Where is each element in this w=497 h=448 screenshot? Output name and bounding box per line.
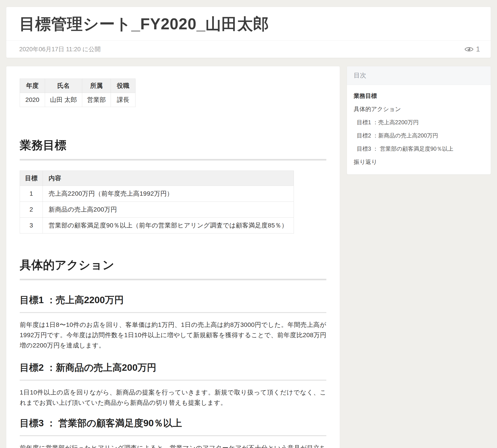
document-body-card: 年度 氏名 所属 役職 2020 山田 太郎 営業部 課長 業務目標 (6, 66, 340, 448)
goal3-paragraph: 前年度に営業部が行ったヒアリング調査によると、営業マンのアフターケアが不十分とい… (20, 443, 326, 448)
goals-table: 目標 内容 1 売上高2200万円（前年度売上高1992万円） 2 新商品の売上… (20, 171, 294, 234)
view-count: 1 (476, 45, 480, 53)
goals-table-row: 2 新商品の売上高200万円 (20, 202, 294, 218)
profile-table: 年度 氏名 所属 役職 2020 山田 太郎 営業部 課長 (20, 79, 135, 107)
profile-cell-dept: 営業部 (82, 93, 111, 107)
profile-cell-year: 2020 (20, 93, 45, 107)
toc-item-goal1: 目標1 ：売上高2200万円 (357, 119, 484, 126)
goal-desc: 新商品の売上高200万円 (43, 202, 294, 218)
goals-header-no: 目標 (20, 171, 43, 186)
profile-table-header-row: 年度 氏名 所属 役職 (20, 79, 135, 93)
document-header-card: 目標管理シート_FY2020_山田太郎 2020年06月17日 11:20 に公… (6, 7, 491, 58)
profile-header-name: 氏名 (45, 79, 82, 93)
view-counter: 1 (464, 45, 480, 53)
profile-cell-role: 課長 (111, 93, 135, 107)
toc-link-business-goals[interactable]: 業務目標 (354, 93, 377, 99)
toc-card: 目次 業務目標 具体的アクション 目標1 ：売上高2200万円 目標2 ：新商品… (347, 66, 491, 175)
toc-header: 目次 (347, 66, 491, 85)
toc-link-goal3[interactable]: 目標3 ： 営業部の顧客満足度90％以上 (357, 145, 453, 152)
toc-item-actions: 具体的アクション (354, 106, 484, 113)
goals-table-row: 3 営業部の顧客満足度90％以上（前年の営業部ヒアリング調査では顧客満足度85％… (20, 218, 294, 234)
goals-table-header-row: 目標 内容 (20, 171, 294, 186)
profile-table-row: 2020 山田 太郎 営業部 課長 (20, 93, 135, 107)
section-heading-business-goals: 業務目標 (20, 138, 326, 160)
goals-table-row: 1 売上高2200万円（前年度売上高1992万円） (20, 186, 294, 202)
title-area: 目標管理シート_FY2020_山田太郎 (6, 7, 491, 40)
goal-desc: 売上高2200万円（前年度売上高1992万円） (43, 186, 294, 202)
toc-link-goal2[interactable]: 目標2 ：新商品の売上高200万円 (357, 132, 438, 139)
subsection-heading-goal2: 目標2 ：新商品の売上高200万円 (20, 362, 326, 381)
eye-icon (464, 46, 474, 53)
meta-row: 2020年06月17日 11:20 に公開 1 (6, 40, 491, 58)
goal-no: 2 (20, 202, 43, 218)
toc-item-retrospective: 振り返り (354, 159, 484, 165)
toc-link-goal1[interactable]: 目標1 ：売上高2200万円 (357, 119, 419, 126)
goal-no: 1 (20, 186, 43, 202)
publish-date: 2020年06月17日 11:20 に公開 (19, 45, 100, 53)
page: 目標管理シート_FY2020_山田太郎 2020年06月17日 11:20 に公… (0, 0, 497, 448)
profile-header-year: 年度 (20, 79, 45, 93)
toc-list: 業務目標 具体的アクション 目標1 ：売上高2200万円 目標2 ：新商品の売上… (347, 85, 491, 175)
subsection-heading-goal3: 目標3 ： 営業部の顧客満足度90％以上 (20, 417, 326, 436)
toc-link-actions[interactable]: 具体的アクション (354, 106, 401, 113)
profile-cell-name: 山田 太郎 (45, 93, 82, 107)
goal-desc: 営業部の顧客満足度90％以上（前年の営業部ヒアリング調査では顧客満足度85％） (43, 218, 294, 234)
toc-item-goal2: 目標2 ：新商品の売上高200万円 (357, 132, 484, 139)
toc-link-retrospective[interactable]: 振り返り (354, 159, 377, 165)
section-heading-actions: 具体的アクション (20, 258, 326, 280)
goals-header-desc: 内容 (43, 171, 294, 186)
goal-no: 3 (20, 218, 43, 234)
goal2-paragraph: 1日10件以上の店を回りながら、新商品の提案を行っていきます。新規で取り扱って頂… (20, 387, 326, 408)
subsection-heading-goal1: 目標1 ：売上高2200万円 (20, 294, 326, 313)
toc-item-business-goals: 業務目標 (354, 93, 484, 99)
goal1-paragraph: 前年度は1日8〜10件のお店を回り、客単価は約1万円、1日の売上高は約8万300… (20, 320, 326, 351)
profile-header-role: 役職 (111, 79, 135, 93)
page-title: 目標管理シート_FY2020_山田太郎 (19, 15, 478, 33)
profile-header-dept: 所属 (82, 79, 111, 93)
toc-item-goal3: 目標3 ： 営業部の顧客満足度90％以上 (357, 145, 484, 152)
